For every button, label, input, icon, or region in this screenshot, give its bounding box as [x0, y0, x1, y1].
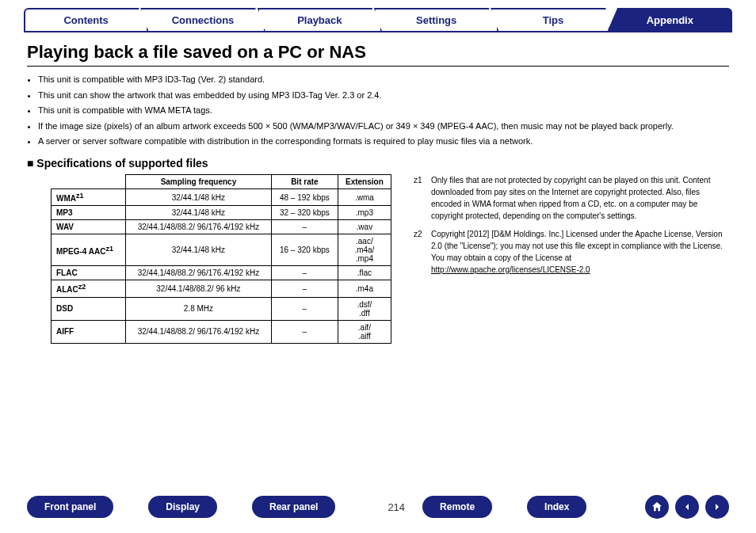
bitrate-cell: 32 – 320 kbps	[271, 206, 338, 220]
info-bullet: A server or server software compatible w…	[38, 135, 729, 149]
format-cell: AIFF	[52, 320, 126, 343]
home-icon[interactable]	[645, 495, 669, 519]
table-row: DSD2.8 MHz–.dsf/.dff	[52, 297, 391, 320]
index-button[interactable]: Index	[527, 496, 586, 518]
next-page-icon[interactable]	[705, 495, 729, 519]
table-row: FLAC32/44.1/48/88.2/ 96/176.4/192 kHz–.f…	[52, 266, 391, 280]
bitrate-cell: 48 – 192 kbps	[271, 188, 338, 205]
table-row: AIFF32/44.1/48/88.2/ 96/176.4/192 kHz–.a…	[52, 320, 391, 343]
bitrate-cell: –	[271, 320, 338, 343]
remote-button[interactable]: Remote	[422, 496, 492, 518]
extension-cell: .wma	[338, 188, 391, 205]
bitrate-cell: –	[271, 266, 338, 280]
tab-settings[interactable]: Settings	[374, 8, 498, 31]
footnote-label: z2	[414, 228, 431, 276]
format-cell: WAV	[52, 220, 126, 234]
footnote: z1Only files that are not protected by c…	[414, 174, 729, 222]
format-cell: FLAC	[52, 266, 126, 280]
table-row: WMAz132/44.1/48 kHz48 – 192 kbps.wma	[52, 188, 391, 205]
page-number: 214	[388, 501, 405, 513]
bitrate-cell: –	[271, 280, 338, 297]
sampling-cell: 32/44.1/48 kHz	[125, 234, 271, 266]
format-cell: WMAz1	[52, 188, 126, 205]
tab-tips[interactable]: Tips	[491, 8, 615, 31]
sampling-cell: 32/44.1/48 kHz	[125, 206, 271, 220]
bitrate-cell: –	[271, 297, 338, 320]
info-bullet: This unit is compatible with WMA META ta…	[38, 104, 729, 118]
sampling-cell: 32/44.1/48/88.2/ 96/176.4/192 kHz	[125, 320, 271, 343]
info-bullet: If the image size (pixels) of an album a…	[38, 120, 729, 134]
table-row: ALACz232/44.1/48/88.2/ 96 kHz–.m4a	[52, 280, 391, 297]
footnote-ref: z1	[105, 245, 113, 253]
spec-header: Extension	[338, 174, 391, 188]
nav-icon-group	[645, 495, 729, 519]
sampling-cell: 32/44.1/48 kHz	[125, 188, 271, 205]
rear-panel-button[interactable]: Rear panel	[252, 496, 335, 518]
footnote-ref: z2	[78, 283, 86, 291]
extension-cell: .m4a	[338, 280, 391, 297]
display-button[interactable]: Display	[148, 496, 217, 518]
footnote-label: z1	[414, 174, 431, 222]
bottom-navigation: Front panelDisplayRear panel 214 RemoteI…	[0, 495, 756, 519]
footnotes: z1Only files that are not protected by c…	[414, 174, 729, 344]
tab-contents[interactable]: Contents	[24, 8, 148, 31]
spec-header: Sampling frequency	[125, 174, 271, 188]
footnote-text: Only files that are not protected by cop…	[431, 174, 729, 222]
extension-cell: .flac	[338, 266, 391, 280]
front-panel-button[interactable]: Front panel	[27, 496, 113, 518]
table-row: WAV32/44.1/48/88.2/ 96/176.4/192 kHz–.wa…	[52, 220, 391, 234]
tab-connections[interactable]: Connections	[140, 8, 265, 31]
sampling-cell: 32/44.1/48/88.2/ 96/176.4/192 kHz	[125, 266, 271, 280]
bitrate-cell: –	[271, 220, 338, 234]
extension-cell: .dsf/.dff	[338, 297, 391, 320]
tab-underline	[24, 31, 732, 32]
sampling-cell: 32/44.1/48/88.2/ 96 kHz	[125, 280, 271, 297]
spec-and-notes-row: Sampling frequencyBit rateExtensionWMAz1…	[0, 174, 756, 344]
footnote: z2Copyright [2012] [D&M Holdings. Inc.] …	[414, 228, 729, 276]
prev-page-icon[interactable]	[675, 495, 699, 519]
format-cell: MPEG-4 AACz1	[52, 234, 126, 266]
format-cell: DSD	[52, 297, 126, 320]
table-row: MPEG-4 AACz132/44.1/48 kHz16 – 320 kbps.…	[52, 234, 391, 266]
page-title: Playing back a file saved on a PC or NAS	[27, 42, 729, 67]
spec-header: Bit rate	[271, 174, 338, 188]
spec-section-title: Specifications of supported files	[27, 157, 756, 169]
format-cell: MP3	[52, 206, 126, 220]
table-row: MP332/44.1/48 kHz32 – 320 kbps.mp3	[52, 206, 391, 220]
spec-table: Sampling frequencyBit rateExtensionWMAz1…	[51, 174, 391, 344]
top-navigation: ContentsConnectionsPlaybackSettingsTipsA…	[0, 0, 756, 31]
info-bullet: This unit can show the artwork that was …	[38, 89, 729, 103]
sampling-cell: 2.8 MHz	[125, 297, 271, 320]
license-link[interactable]: http://www.apache.org/licenses/LICENSE-2…	[431, 265, 590, 274]
info-bullet-list: This unit is compatible with MP3 ID3-Tag…	[38, 73, 729, 149]
footnote-text: Copyright [2012] [D&M Holdings. Inc.] Li…	[431, 228, 729, 276]
footnote-ref: z1	[76, 192, 84, 200]
format-cell: ALACz2	[52, 280, 126, 297]
extension-cell: .wav	[338, 220, 391, 234]
extension-cell: .aac/.m4a/.mp4	[338, 234, 391, 266]
extension-cell: .aif/.aiff	[338, 320, 391, 343]
extension-cell: .mp3	[338, 206, 391, 220]
bitrate-cell: 16 – 320 kbps	[271, 234, 338, 266]
info-bullet: This unit is compatible with MP3 ID3-Tag…	[38, 73, 729, 87]
sampling-cell: 32/44.1/48/88.2/ 96/176.4/192 kHz	[125, 220, 271, 234]
tab-playback[interactable]: Playback	[258, 8, 382, 31]
tab-appendix[interactable]: Appendix	[608, 8, 732, 31]
